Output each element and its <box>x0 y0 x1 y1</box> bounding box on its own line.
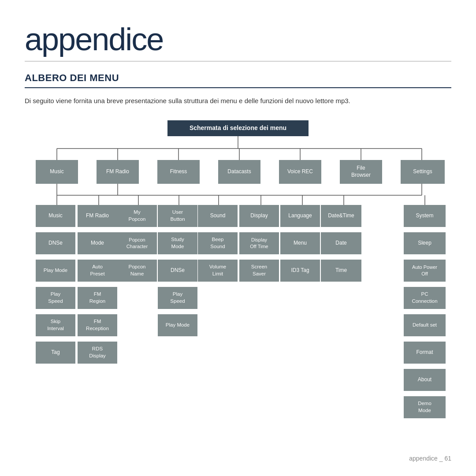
level2-mypopcon: MyPopcon <box>117 205 157 227</box>
description-text: Di seguito viene fornita una breve prese… <box>25 96 451 106</box>
level3-about: About <box>404 369 446 391</box>
level3-playmode-music: Play Mode <box>36 260 75 282</box>
level1-fitness: Fitness <box>157 160 200 184</box>
section-title: ALBERO DEI MENU <box>25 72 451 88</box>
level3-fmregion: FMRegion <box>78 287 117 309</box>
root-node: Schermata di selezione dei menu <box>167 120 309 136</box>
level3-playmode-user: Play Mode <box>158 314 197 336</box>
level1-settings: Settings <box>401 160 445 184</box>
level3-time: Time <box>321 260 361 282</box>
level2-sound: Sound <box>198 205 238 227</box>
level2-userbutton: UserButton <box>158 205 197 227</box>
level3-autopreset: AutoPreset <box>78 260 117 282</box>
level3-autopoweroff: Auto PowerOff <box>404 260 446 282</box>
level3-dnse-music: DNSe <box>36 232 75 254</box>
level3-tag: Tag <box>36 342 75 364</box>
level1-datacasts: Datacasts <box>218 160 260 184</box>
level3-rdsdisplay: RDSDisplay <box>78 342 117 364</box>
level3-format: Format <box>404 342 446 364</box>
level3-mode: Mode <box>78 232 117 254</box>
level1-music: Music <box>36 160 78 184</box>
level3-date: Date <box>321 232 361 254</box>
level3-id3tag: ID3 Tag <box>280 260 320 282</box>
level1-voicerec: Voice REC <box>279 160 321 184</box>
level3-playspeed-music: PlaySpeed <box>36 287 75 309</box>
level3-sleep: Sleep <box>404 232 446 254</box>
level3-fmreception: FMReception <box>78 314 117 336</box>
level2-system: System <box>404 205 446 227</box>
level2-display: Display <box>239 205 279 227</box>
level3-skipinterval: SkipInterval <box>36 314 75 336</box>
level3-defaultset: Default set <box>404 314 446 336</box>
level3-displayofftime: DisplayOff Time <box>239 232 279 254</box>
level3-demomode: DemoMode <box>404 396 446 418</box>
level1-filebrowser: FileBrowser <box>340 160 382 184</box>
level2-datetime: Date&Time <box>321 205 361 227</box>
level2-language: Language <box>280 205 320 227</box>
level3-playspeed-user: PlaySpeed <box>158 287 197 309</box>
level1-fmradio: FM Radio <box>97 160 139 184</box>
level2-music: Music <box>36 205 75 227</box>
level3-menu: Menu <box>280 232 320 254</box>
level3-pcconnection: PCConnection <box>404 287 446 309</box>
level3-screensaver: ScreenSaver <box>239 260 279 282</box>
level2-fmradio: FM Radio <box>78 205 117 227</box>
level3-beepsound: BeepSound <box>198 232 238 254</box>
level3-dnse-user: DNSe <box>158 260 197 282</box>
page-title: appendice <box>25 21 451 62</box>
level3-studymode: StudyMode <box>158 232 197 254</box>
level3-popconchar: PopconCharacter <box>117 232 157 254</box>
page-footer: appendice _ 61 <box>409 455 451 462</box>
level3-volumelimit: VolumeLimit <box>198 260 238 282</box>
level3-popconname: PopconName <box>117 260 157 282</box>
